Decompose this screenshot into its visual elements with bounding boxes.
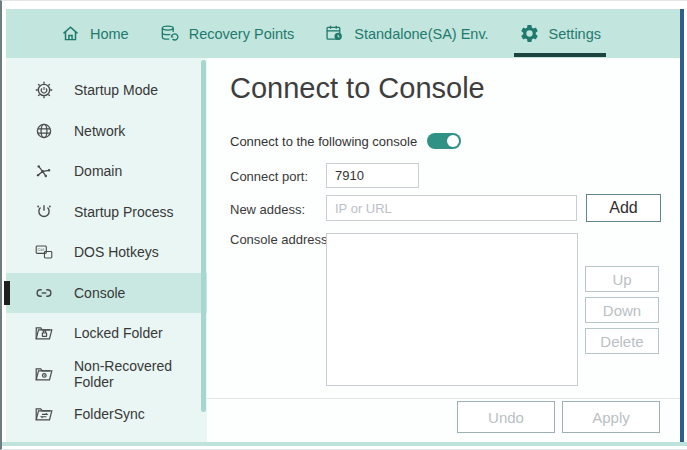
footer-divider xyxy=(207,398,682,399)
startup-mode-icon xyxy=(33,79,55,101)
sidebar-item-label: Domain xyxy=(74,163,122,179)
settings-sidebar: Startup Mode Network Domain xyxy=(6,58,207,444)
nav-item-settings[interactable]: Settings xyxy=(504,9,616,58)
add-button[interactable]: Add xyxy=(586,194,661,222)
console-icon xyxy=(33,282,55,304)
sidebar-item-network[interactable]: Network xyxy=(6,111,207,152)
sidebar-item-label: DOS Hotkeys xyxy=(74,244,159,260)
sidebar-item-console[interactable]: Console xyxy=(6,273,207,314)
top-navigation: Home Recovery Points Standalone(SA) Env. xyxy=(6,9,682,58)
domain-icon xyxy=(33,160,55,182)
sidebar-item-label: Network xyxy=(74,123,125,139)
home-icon xyxy=(60,23,81,44)
sidebar-item-foldersync[interactable]: FolderSync xyxy=(6,394,207,435)
settings-icon xyxy=(519,23,540,44)
new-address-input[interactable] xyxy=(326,195,577,221)
connect-port-label: Connect port: xyxy=(230,169,308,184)
locked-folder-icon xyxy=(33,322,55,344)
toggle-knob xyxy=(447,135,459,147)
sidebar-scrollbar[interactable] xyxy=(201,60,206,412)
nav-item-label: Recovery Points xyxy=(189,26,295,42)
apply-button[interactable]: Apply xyxy=(562,401,660,433)
delete-button[interactable]: Delete xyxy=(585,328,659,354)
sidebar-item-dos-hotkeys[interactable]: Ctrl DOS Hotkeys xyxy=(6,232,207,273)
connect-toggle-row: Connect to the following console xyxy=(230,133,461,149)
nav-item-home[interactable]: Home xyxy=(45,9,144,58)
startup-process-icon xyxy=(33,201,55,223)
non-recovered-folder-icon xyxy=(33,363,55,385)
down-button[interactable]: Down xyxy=(585,297,659,323)
page-title: Connect to Console xyxy=(230,72,485,105)
app-window: Home Recovery Points Standalone(SA) Env. xyxy=(0,0,687,450)
sidebar-item-label: Non-Recovered Folder xyxy=(74,358,207,390)
console-address-label: Console address: xyxy=(230,232,331,247)
nav-item-label: Standalone(SA) Env. xyxy=(354,26,488,42)
sidebar-item-locked-folder[interactable]: Locked Folder xyxy=(6,313,207,354)
console-settings-panel: Connect to Console Connect to the follow… xyxy=(207,58,682,444)
standalone-env-icon xyxy=(324,23,345,44)
svg-text:Ctrl: Ctrl xyxy=(38,248,44,253)
dos-hotkeys-icon: Ctrl xyxy=(33,241,55,263)
recovery-points-icon xyxy=(159,23,180,44)
sidebar-item-startup-mode[interactable]: Startup Mode xyxy=(6,70,207,111)
connect-port-input[interactable] xyxy=(326,163,419,188)
network-icon xyxy=(33,120,55,142)
window-bottom-border xyxy=(2,442,687,446)
new-address-label: New addess: xyxy=(230,202,305,217)
sidebar-item-domain[interactable]: Domain xyxy=(6,151,207,192)
sidebar-item-label: FolderSync xyxy=(74,406,145,422)
sidebar-item-non-recovered-folder[interactable]: Non-Recovered Folder xyxy=(6,354,207,395)
window-right-border xyxy=(680,9,684,444)
undo-button[interactable]: Undo xyxy=(457,401,555,433)
nav-item-standalone-env[interactable]: Standalone(SA) Env. xyxy=(309,9,503,58)
nav-item-label: Home xyxy=(90,26,129,42)
sidebar-item-label: Locked Folder xyxy=(74,325,163,341)
connect-console-toggle[interactable] xyxy=(427,133,461,149)
foldersync-icon xyxy=(33,403,55,425)
sidebar-item-label: Console xyxy=(74,285,125,301)
up-button[interactable]: Up xyxy=(585,266,659,292)
nav-item-recovery-points[interactable]: Recovery Points xyxy=(144,9,310,58)
sidebar-item-label: Startup Process xyxy=(74,204,174,220)
nav-item-label: Settings xyxy=(549,26,601,42)
sidebar-item-startup-process[interactable]: Startup Process xyxy=(6,192,207,233)
connect-toggle-label: Connect to the following console xyxy=(230,134,417,149)
sidebar-item-label: Startup Mode xyxy=(74,82,158,98)
console-address-list[interactable] xyxy=(326,233,578,386)
